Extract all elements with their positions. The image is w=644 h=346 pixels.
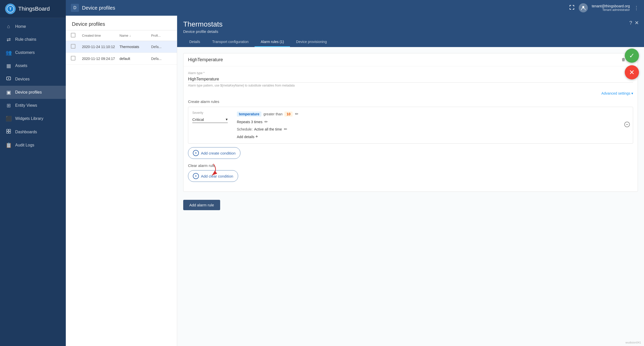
tab-transport[interactable]: Transport configuration: [206, 37, 255, 47]
dashboards-icon: [6, 129, 12, 135]
plus-icon: +: [255, 134, 258, 139]
rule-chains-icon: ⇄: [6, 36, 12, 42]
row-name: Thermostats: [119, 45, 149, 49]
detail-header: Thermostats Device profile details Detai…: [177, 16, 644, 47]
row-checkbox[interactable]: [71, 44, 75, 49]
sidebar-item-dashboards[interactable]: Dashboards: [0, 125, 66, 139]
remove-rule-button[interactable]: [624, 122, 630, 129]
sort-icon: ↓: [129, 34, 131, 37]
condition-line: temperature greater than 10 ✏: [237, 111, 629, 117]
row-checkbox[interactable]: [71, 56, 75, 60]
severity-block: Severity Critical ▾: [192, 111, 233, 123]
repeats-edit-button[interactable]: ✏: [264, 119, 268, 125]
circle-plus-icon: +: [193, 150, 199, 156]
alarm-section: HighTemperature 🗑 ▲ Alarm type * HighTem…: [183, 53, 638, 192]
svg-rect-5: [9, 129, 11, 131]
tab-provisioning[interactable]: Device provisioning: [290, 37, 333, 47]
list-panel: Device profiles Created time Name ↓ Prof…: [66, 16, 177, 346]
sidebar-item-label: Widgets Library: [15, 116, 43, 121]
fullscreen-button[interactable]: [569, 5, 575, 11]
repeats-value: Repeats 3 times: [237, 120, 262, 124]
schedule-line: Schedule: Active all the time ✏: [237, 126, 629, 132]
avatar[interactable]: [579, 3, 588, 12]
sidebar-item-devices[interactable]: Devices: [0, 72, 66, 86]
row-name: default: [119, 57, 149, 61]
detail-subtitle: Device profile details: [183, 29, 638, 34]
more-options-button[interactable]: ⋮: [634, 5, 639, 11]
alarm-type-value[interactable]: HighTemperature: [188, 76, 633, 83]
logo-area[interactable]: T ThingsBoard: [0, 0, 66, 18]
alarm-name: HighTemperature: [188, 57, 223, 62]
sidebar-item-label: Dashboards: [15, 130, 37, 134]
sidebar-item-customers[interactable]: 👥 Customers: [0, 46, 66, 59]
svg-rect-7: [9, 132, 11, 133]
user-info: tenant@thingsboard.org Tenant administra…: [592, 4, 630, 12]
cancel-button[interactable]: ✕: [625, 65, 639, 79]
alarm-body: Alarm type * HighTemperature Alarm type …: [183, 66, 638, 191]
red-arrow-svg: [198, 163, 228, 178]
table-row[interactable]: 2020-11-24 11:10:12 Thermostats Defa...: [66, 41, 177, 53]
severity-label: Severity: [192, 111, 233, 115]
sidebar-item-device-profiles[interactable]: ▣ Device profiles: [0, 86, 66, 99]
alarm-rule-box: Severity Critical ▾ temperature: [188, 107, 633, 144]
add-alarm-rule-label: Add alarm rule: [189, 203, 214, 207]
sidebar-item-entity-views[interactable]: ⊞ Entity Views: [0, 99, 66, 112]
svg-point-8: [582, 6, 584, 8]
sidebar-item-assets[interactable]: ▦ Assets: [0, 59, 66, 72]
select-all-checkbox[interactable]: [71, 33, 75, 37]
user-email: tenant@thingsboard.org: [592, 4, 630, 8]
user-role: Tenant administrator: [592, 8, 630, 12]
floating-actions: ✓ ✕: [625, 49, 639, 79]
sidebar-item-label: Audit Logs: [15, 143, 34, 147]
schedule-edit-button[interactable]: ✏: [283, 126, 288, 132]
customers-icon: 👥: [6, 50, 12, 56]
chevron-down-icon: ▾: [226, 117, 228, 122]
sidebar-nav: ⌂ Home ⇄ Rule chains 👥 Customers ▦ Asset…: [0, 18, 66, 346]
alarm-rule-row: Severity Critical ▾ temperature: [192, 111, 629, 139]
logo-text: ThingsBoard: [18, 6, 50, 12]
add-alarm-rule-button[interactable]: Add alarm rule: [183, 200, 220, 210]
logo-icon: T: [5, 4, 16, 14]
add-details-label: Add details: [237, 135, 254, 139]
sidebar-item-rule-chains[interactable]: ⇄ Rule chains: [0, 33, 66, 46]
condition-edit-button[interactable]: ✏: [295, 111, 299, 117]
schedule-value: Active all the time: [254, 127, 282, 131]
alarm-type-hint: Alarm type pattern, use ${metaKeyName} t…: [188, 84, 633, 87]
svg-rect-4: [7, 129, 8, 131]
alarm-section-header: HighTemperature 🗑 ▲: [183, 53, 638, 66]
topbar: D Device profiles tenant@thingsboard.org…: [66, 0, 644, 16]
svg-point-3: [8, 78, 9, 79]
tab-details[interactable]: Details: [183, 37, 206, 47]
severity-value: Critical: [192, 117, 204, 122]
sidebar-item-home[interactable]: ⌂ Home: [0, 20, 66, 33]
help-button[interactable]: ?: [629, 20, 632, 26]
main-area: D Device profiles tenant@thingsboard.org…: [66, 0, 644, 346]
condition-key: temperature: [237, 112, 261, 117]
svg-rect-6: [7, 132, 8, 133]
row-created: 2020-11-24 11:10:12: [82, 45, 117, 49]
topbar-page-icon: D: [71, 4, 79, 12]
tab-alarm-rules[interactable]: Alarm rules (1): [255, 37, 290, 47]
sidebar-item-audit-logs[interactable]: 📋 Audit Logs: [0, 139, 66, 152]
table-row[interactable]: 2020-11-12 09:24:17 default Defa...: [66, 53, 177, 65]
severity-select[interactable]: Critical ▾: [192, 116, 228, 123]
advanced-settings-row[interactable]: Advanced settings ▾: [188, 91, 633, 95]
confirm-button[interactable]: ✓: [625, 49, 639, 63]
sidebar-item-label: Device profiles: [15, 90, 42, 95]
watermark: wudision041: [626, 341, 641, 344]
table-header: Created time Name ↓ Profi...: [66, 30, 177, 41]
svg-text:T: T: [9, 7, 12, 11]
add-details-button[interactable]: Add details +: [237, 134, 629, 139]
add-create-condition-button[interactable]: + Add create condition: [188, 147, 240, 159]
home-icon: ⌂: [6, 24, 12, 29]
close-button[interactable]: ✕: [635, 20, 639, 26]
col-name: Name ↓: [119, 34, 149, 37]
add-create-condition-label: Add create condition: [201, 151, 236, 155]
detail-header-actions: ? ✕: [629, 20, 639, 26]
col-created-time: Created time: [82, 34, 117, 37]
row-profile: Defa...: [151, 57, 172, 61]
detail-title: Thermostats: [183, 20, 638, 28]
content-area: Device profiles Created time Name ↓ Prof…: [66, 16, 644, 346]
repeats-line: Repeats 3 times ✏: [237, 119, 629, 125]
sidebar-item-widgets-library[interactable]: ⬛ Widgets Library: [0, 112, 66, 125]
